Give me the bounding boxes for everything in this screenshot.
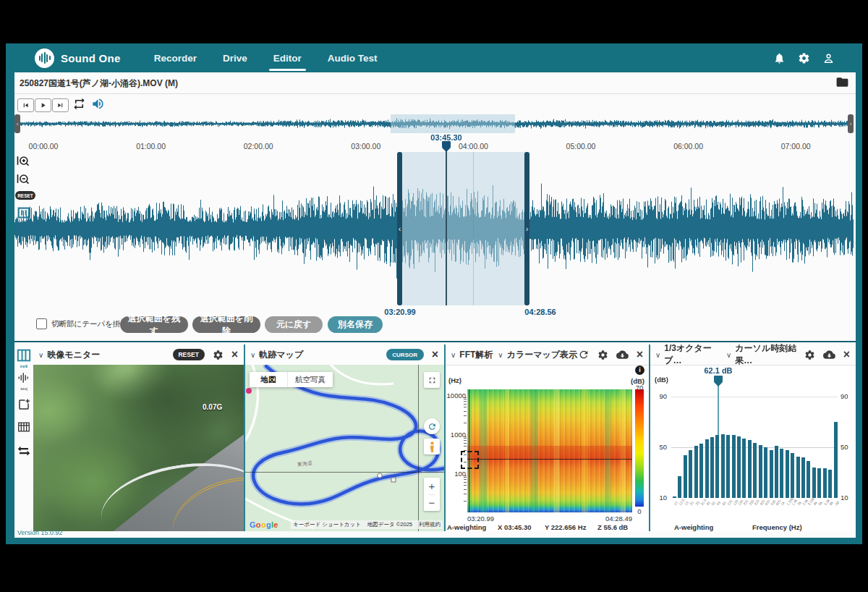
video-settings-gear-icon[interactable] bbox=[213, 350, 224, 360]
undo-button[interactable]: 元に戻す bbox=[265, 316, 323, 333]
fft-minor-tick bbox=[464, 411, 467, 412]
video-collapse-chevron-icon[interactable]: ∨ bbox=[38, 351, 43, 359]
delete-selection-button[interactable]: 選択範囲を削除 bbox=[192, 316, 260, 333]
file-title-row: 250827国道1号(芦ノ湖-小涌谷).MOV (M) bbox=[14, 72, 856, 94]
octave-bar-chart[interactable] bbox=[671, 397, 838, 498]
octave-y-unit: (dB) bbox=[655, 376, 668, 384]
skip-to-end-button[interactable] bbox=[52, 98, 69, 112]
zoom-in-horizontal-icon[interactable] bbox=[16, 153, 30, 171]
map-recenter-button[interactable] bbox=[424, 418, 440, 434]
map-collapse-chevron-icon[interactable]: ∨ bbox=[250, 351, 255, 359]
fft-minor-tick bbox=[464, 494, 467, 494]
playhead-marker[interactable] bbox=[442, 141, 451, 152]
map-terms-link[interactable]: 利用規約 bbox=[419, 521, 441, 528]
video-close-icon[interactable]: × bbox=[231, 348, 238, 361]
overview-left-handle[interactable]: ‹ bbox=[14, 114, 20, 133]
google-logo: Google bbox=[250, 520, 278, 529]
octave-settings-gear-icon[interactable] bbox=[804, 350, 815, 360]
video-panel-header: ∨ 映像モニター RESET × bbox=[33, 344, 244, 365]
zoom-reset-button[interactable]: RESET bbox=[15, 191, 35, 200]
selection-right-handle[interactable]: › bbox=[524, 152, 529, 305]
app-version: Version 15.0.92 bbox=[17, 529, 63, 536]
sidebar-item-multi-view[interactable]: multi bbox=[14, 349, 33, 368]
info-icon[interactable]: i bbox=[635, 365, 644, 375]
map-canvas[interactable]: 東海道 地図 航空写真 + − Google bbox=[245, 365, 444, 531]
play-button[interactable] bbox=[35, 98, 51, 112]
octave-bar bbox=[699, 444, 703, 498]
map-pegman-icon[interactable] bbox=[424, 439, 440, 454]
octave-close-icon[interactable]: × bbox=[843, 348, 850, 361]
spectrogram-plot[interactable] bbox=[467, 389, 632, 512]
spectrogram-cursor-bracket[interactable] bbox=[461, 451, 479, 469]
octave-bar bbox=[780, 449, 783, 498]
colorbar-min: 0 bbox=[634, 507, 645, 515]
octave-cursor-marker[interactable] bbox=[714, 376, 723, 386]
sidebar-item-sequence[interactable]: seq bbox=[14, 372, 33, 391]
fft-minor-tick bbox=[464, 477, 467, 478]
nav-recorder[interactable]: Recorder bbox=[154, 43, 197, 72]
fft-settings-gear-icon[interactable] bbox=[597, 350, 608, 360]
map-shortcuts-link[interactable]: キーボード ショートカット bbox=[293, 521, 361, 528]
map-data-copyright: 地図データ ©2025 bbox=[367, 521, 412, 528]
fft-collapse-chevron-icon[interactable]: ∨ bbox=[451, 351, 456, 359]
user-account-icon[interactable] bbox=[822, 52, 835, 64]
map-close-icon[interactable]: × bbox=[432, 348, 438, 361]
fft-panel-title: FFT解析 bbox=[459, 349, 493, 361]
ruler-tick: 06:00.00 bbox=[667, 142, 710, 151]
save-as-button[interactable]: 別名保存 bbox=[328, 316, 383, 333]
zoom-to-selection-icon[interactable] bbox=[16, 205, 32, 224]
map-type-satellite-button[interactable]: 航空写真 bbox=[287, 372, 333, 387]
selection-region[interactable] bbox=[400, 152, 527, 305]
taper-checkbox[interactable] bbox=[36, 318, 47, 329]
fft-minor-tick bbox=[464, 443, 467, 444]
nav-audio-test[interactable]: Audio Test bbox=[328, 43, 378, 72]
fft-cursor-y: Y 222.656 Hz bbox=[545, 523, 586, 531]
top-navbar: Sound One Recorder Drive Editor Audio Te… bbox=[6, 43, 862, 72]
map-zoom-out-button[interactable]: − bbox=[429, 494, 435, 512]
fft-minor-tick bbox=[464, 501, 467, 502]
fft-minor-tick bbox=[464, 423, 467, 423]
notifications-bell-icon[interactable] bbox=[773, 52, 786, 64]
map-type-map-button[interactable]: 地図 bbox=[250, 372, 287, 387]
fft-minor-tick bbox=[464, 415, 467, 416]
nav-drive[interactable]: Drive bbox=[223, 43, 247, 72]
octave-mode-chevron-icon[interactable]: ∨ bbox=[726, 351, 731, 359]
skip-to-start-button[interactable] bbox=[17, 98, 34, 112]
sound-one-logo-icon bbox=[35, 48, 54, 68]
settings-gear-icon[interactable] bbox=[798, 52, 810, 64]
octave-bar bbox=[801, 457, 805, 498]
zoom-out-horizontal-icon[interactable] bbox=[16, 172, 30, 189]
map-route-svg bbox=[245, 365, 444, 531]
sidebar-item-add-panel[interactable] bbox=[14, 398, 33, 414]
brand-name: Sound One bbox=[61, 52, 121, 64]
speaker-volume-icon[interactable] bbox=[91, 97, 105, 114]
octave-bar bbox=[732, 435, 736, 498]
fft-minor-tick bbox=[464, 397, 467, 398]
nav-editor[interactable]: Editor bbox=[273, 43, 302, 72]
octave-bar bbox=[834, 422, 838, 498]
fft-time-start: 03:20.99 bbox=[467, 515, 511, 523]
sidebar-item-grid-view[interactable] bbox=[14, 421, 33, 436]
map-cursor-mode-badge[interactable]: CURSOR bbox=[386, 349, 424, 360]
keep-selection-button[interactable]: 選択範囲を残す bbox=[120, 316, 188, 333]
open-folder-icon[interactable] bbox=[835, 75, 850, 92]
fft-download-cloud-icon[interactable] bbox=[616, 350, 629, 360]
fft-mode-chevron-icon[interactable]: ∨ bbox=[498, 351, 503, 359]
sidebar-item-swap-panels[interactable] bbox=[14, 444, 33, 459]
dashcam-video-frame[interactable]: 40 km/h 0.07G bbox=[33, 365, 244, 531]
octave-download-cloud-icon[interactable] bbox=[823, 350, 835, 360]
fft-auto-refresh-icon[interactable] bbox=[578, 349, 590, 360]
map-zoom-in-button[interactable]: + bbox=[429, 478, 435, 494]
fft-time-end: 04:28.49 bbox=[589, 515, 632, 523]
main-nav: Recorder Drive Editor Audio Test bbox=[154, 43, 378, 72]
selection-left-handle[interactable]: ‹ bbox=[397, 152, 402, 305]
octave-collapse-chevron-icon[interactable]: ∨ bbox=[655, 351, 660, 359]
map-fullscreen-button[interactable] bbox=[424, 372, 440, 388]
video-reset-button[interactable]: RESET bbox=[173, 349, 205, 360]
loop-icon[interactable] bbox=[72, 97, 86, 114]
octave-bar bbox=[721, 434, 725, 498]
octave-bar bbox=[759, 445, 762, 499]
overview-right-handle[interactable]: › bbox=[848, 114, 854, 133]
fft-close-icon[interactable]: × bbox=[637, 348, 643, 361]
spectrogram-colorbar bbox=[635, 389, 644, 507]
